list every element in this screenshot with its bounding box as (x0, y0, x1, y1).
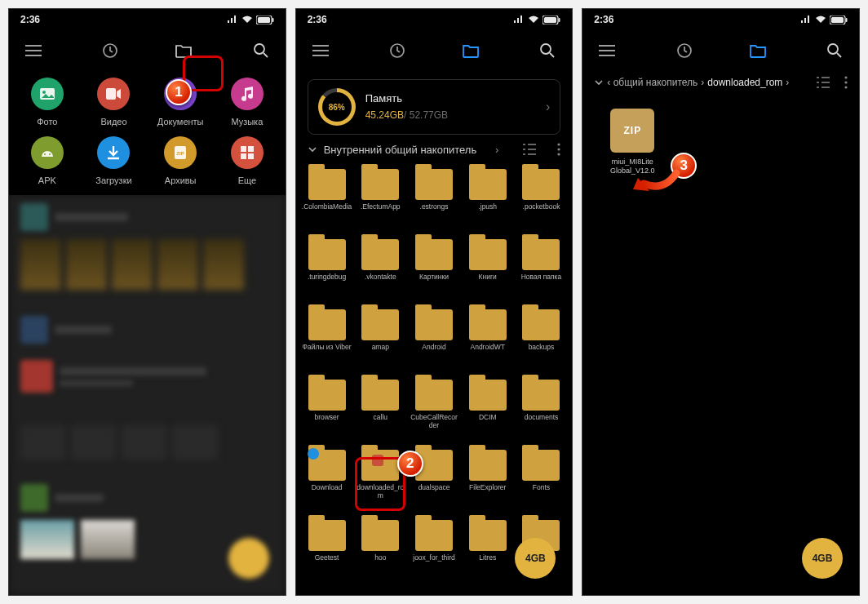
menu-button[interactable] (304, 34, 337, 67)
tab-files[interactable] (167, 34, 200, 67)
battery-icon (830, 16, 848, 24)
category-label: Архивы (165, 175, 197, 185)
folder-item[interactable]: backups (516, 306, 568, 376)
path-row[interactable]: Внутренний общий накопитель › (296, 138, 573, 161)
folder-item[interactable]: .estrongs (408, 166, 460, 236)
folder-item[interactable]: .turingdebug (301, 236, 353, 306)
menu-button[interactable] (591, 34, 623, 67)
list-icon (817, 77, 830, 88)
breadcrumb-current[interactable]: downloaded_rom (707, 77, 782, 88)
wifi-icon (815, 16, 826, 24)
svg-rect-13 (248, 146, 254, 152)
more-vertical-icon (557, 143, 560, 156)
chevron-down-icon (594, 78, 604, 87)
folder-icon (415, 380, 453, 411)
folder-item[interactable]: browser (301, 376, 353, 446)
svg-rect-12 (241, 146, 246, 152)
breadcrumb-prefix[interactable]: ‹ общий накопитель (607, 77, 698, 88)
status-icons-right (227, 16, 274, 24)
folder-icon (469, 450, 507, 481)
hamburger-icon (312, 45, 329, 56)
folder-item[interactable]: hoo (354, 517, 406, 587)
folder-icon (308, 520, 346, 551)
folder-name: .EfectumApp (361, 203, 401, 211)
folder-icon (361, 169, 399, 200)
category-apk[interactable]: APK (14, 136, 81, 185)
more-options[interactable] (844, 76, 848, 89)
folder-name: DCIM (479, 414, 497, 422)
svg-point-6 (42, 91, 46, 94)
folder-item[interactable]: .EfectumApp (354, 166, 406, 236)
menu-button[interactable] (17, 34, 50, 67)
folder-item[interactable]: CubeCallRecorder (408, 376, 460, 446)
tab-recent[interactable] (668, 34, 701, 67)
signal-icon (513, 16, 525, 24)
folder-item[interactable]: joox_for_third (408, 517, 460, 587)
app-toolbar (9, 30, 286, 71)
folder-item[interactable]: .jpush (462, 166, 514, 236)
folder-item[interactable]: Новая папка (516, 236, 568, 306)
folder-name: .vkontakte (365, 273, 396, 282)
cleanup-fab[interactable]: 4GB (515, 538, 556, 579)
tab-files-active[interactable] (742, 34, 774, 67)
view-toggle[interactable] (817, 77, 830, 88)
folder-icon (415, 309, 453, 340)
folder-item[interactable]: .ColombiaMedia (301, 166, 353, 236)
phone-screen-1: 2:36 1 ФотоВидеоДокументыМузыкаAPKЗагруз… (8, 8, 286, 596)
search-button[interactable] (245, 34, 277, 67)
folder-item[interactable]: Litres (462, 517, 514, 587)
status-time: 2:36 (594, 14, 613, 25)
category-label: APK (38, 175, 56, 185)
folder-item[interactable]: callu (354, 376, 406, 446)
folder-name: callu (374, 414, 388, 422)
storage-card[interactable]: 86% Память 45.24GB/ 52.77GB › (308, 79, 561, 135)
storage-total: 52.77GB (410, 109, 448, 121)
status-time: 2:36 (20, 14, 40, 25)
folder-item[interactable]: Geetest (301, 517, 353, 587)
cleanup-fab[interactable]: 4GB (802, 538, 843, 579)
more-options[interactable] (557, 143, 560, 156)
folder-item[interactable]: Fonts (516, 446, 568, 517)
category-label: Видео (100, 117, 126, 127)
folder-item[interactable]: Download (301, 446, 353, 517)
folder-icon (522, 450, 560, 481)
svg-rect-18 (559, 18, 560, 22)
tab-files-active[interactable] (454, 34, 487, 67)
chevron-down-icon (308, 144, 317, 154)
tab-recent[interactable] (94, 34, 126, 67)
category-zip[interactable]: ZIPАрхивы (147, 136, 214, 185)
cleanup-fab[interactable] (228, 538, 269, 579)
folder-item[interactable]: .vkontakte (354, 236, 406, 306)
hamburger-icon (599, 45, 615, 56)
tab-recent[interactable] (381, 34, 414, 67)
folder-item[interactable]: Книги (462, 236, 514, 306)
search-button[interactable] (818, 34, 851, 67)
clock-icon (676, 42, 693, 59)
folder-item[interactable]: FileExplorer (462, 446, 514, 517)
folder-item[interactable]: amap (354, 306, 406, 376)
folder-item[interactable]: .pocketbook (516, 166, 568, 236)
folder-icon (308, 239, 346, 270)
category-download[interactable]: Загрузки (81, 136, 148, 185)
category-more[interactable]: Еще (214, 136, 281, 185)
app-toolbar (296, 30, 573, 71)
folder-item[interactable]: Файлы из Viber (301, 306, 353, 376)
svg-point-23 (558, 153, 560, 155)
breadcrumb: ‹ общий накопитель › downloaded_rom › (582, 71, 859, 94)
signal-icon (800, 16, 812, 24)
folder-name: documents (525, 414, 559, 422)
folder-item[interactable]: AndroidWT (462, 306, 514, 376)
search-button[interactable] (531, 34, 564, 67)
category-image[interactable]: Фото (14, 78, 81, 127)
category-music[interactable]: Музыка (214, 78, 281, 127)
folder-name: amap (372, 344, 389, 352)
view-toggle[interactable] (523, 144, 536, 155)
path-chev: › (495, 144, 498, 156)
folder-item[interactable]: Android (408, 306, 460, 376)
svg-point-30 (844, 81, 847, 83)
folder-item[interactable]: documents (516, 376, 568, 446)
folder-item[interactable]: Картинки (408, 236, 460, 306)
folder-item[interactable]: DCIM (462, 376, 514, 446)
category-video[interactable]: Видео (81, 78, 148, 127)
folder-name: downloaded_rom (355, 484, 405, 500)
